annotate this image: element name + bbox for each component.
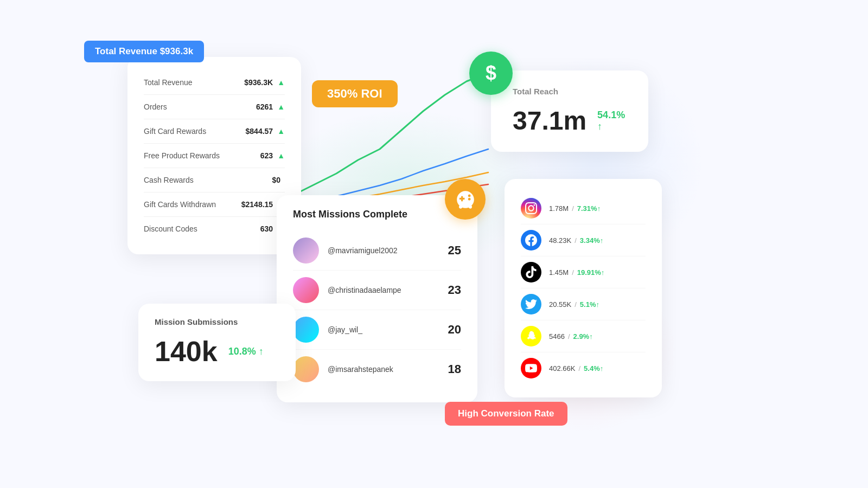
social-divider: /: [578, 364, 580, 373]
mission-row: @imsarahstepanek 18: [293, 350, 461, 389]
social-stats: 402.66K / 5.4%↑: [549, 364, 603, 373]
reach-title: Total Reach: [513, 87, 627, 96]
stats-value: $844.57: [246, 127, 273, 136]
mission-username: @mavriamiguel2002: [328, 246, 448, 255]
social-stats: 5466 / 2.9%↑: [549, 332, 593, 341]
missions-card: Most Missions Complete @mavriamiguel2002…: [277, 195, 477, 402]
game-controller-circle: [445, 179, 486, 220]
stats-row: Gift Cards Withdrawn $2148.15 ▲: [144, 192, 285, 217]
mission-row: @mavriamiguel2002 25: [293, 231, 461, 271]
social-divider: /: [568, 332, 570, 341]
stats-row: Gift Card Rewards $844.57 ▲: [144, 119, 285, 144]
reach-card: Total Reach 37.1m 54.1% ↑: [491, 70, 648, 152]
stats-label: Cash Rewards: [144, 176, 272, 184]
arrow-up-icon: ▲: [277, 102, 285, 111]
mission-count: 23: [448, 283, 461, 297]
arrow-up-icon: ▲: [277, 78, 285, 87]
stats-value: $936.3K: [244, 78, 273, 87]
stats-row: Total Revenue $936.3K ▲: [144, 70, 285, 95]
stats-value: 6261: [256, 102, 273, 111]
arrow-up-icon: ▲: [277, 151, 285, 160]
reach-pct: 54.1% ↑: [597, 110, 627, 132]
total-revenue-badge: Total Revenue $936.3k: [84, 41, 204, 62]
mission-avatar: [293, 237, 319, 264]
mission-row: @jay_wil_ 20: [293, 310, 461, 350]
stats-value: 623: [260, 151, 273, 160]
social-row-twitter: 20.55K / 5.1%↑: [521, 288, 646, 320]
social-card: 1.78M / 7.31%↑ 48.23K / 3.34%↑ 1.45M / 1…: [505, 179, 662, 397]
conversion-badge: High Conversion Rate: [445, 402, 567, 426]
roi-badge: 350% ROI: [312, 80, 398, 107]
mission-submissions-card: Mission Submissions 140k 10.8% ↑: [138, 304, 296, 381]
social-divider: /: [572, 268, 574, 277]
stats-row: Discount Codes 630 ▲: [144, 217, 285, 241]
missions-title: Most Missions Complete: [293, 209, 461, 220]
social-stats: 20.55K / 5.1%↑: [549, 300, 599, 309]
social-value: 1.45M: [549, 268, 569, 277]
social-pct: 5.4%↑: [584, 364, 603, 373]
dollar-circle-icon: $: [469, 52, 513, 95]
social-pct: 19.91%↑: [577, 268, 605, 277]
stats-card: Total Revenue $936.3K ▲ Orders 6261 ▲ Gi…: [127, 57, 301, 254]
mission-sub-pct: 10.8% ↑: [228, 346, 264, 357]
stats-value: 630: [260, 224, 273, 233]
stats-row: Orders 6261 ▲: [144, 95, 285, 119]
facebook-icon: [521, 230, 541, 251]
social-value: 5466: [549, 332, 565, 341]
social-row-instagram: 1.78M / 7.31%↑: [521, 192, 646, 224]
reach-value: 37.1m: [513, 106, 586, 136]
snapchat-icon: [521, 326, 541, 346]
mission-avatar: [293, 317, 319, 343]
social-pct: 2.9%↑: [573, 332, 593, 341]
mission-username: @imsarahstepanek: [328, 365, 448, 374]
mission-count: 20: [448, 323, 461, 337]
stats-value: $2148.15: [241, 200, 273, 209]
mission-count: 25: [448, 243, 461, 258]
twitter-icon: [521, 294, 541, 314]
mission-sub-title: Mission Submissions: [155, 317, 279, 326]
tiktok-icon: [521, 262, 541, 282]
social-divider: /: [575, 300, 577, 309]
stats-value: $0: [272, 176, 280, 184]
stats-row: Free Product Rewards 623 ▲: [144, 144, 285, 168]
mission-username: @jay_wil_: [328, 325, 448, 334]
social-value: 20.55K: [549, 300, 571, 309]
social-value: 402.66K: [549, 364, 575, 373]
youtube-icon: [521, 358, 541, 378]
social-stats: 1.78M / 7.31%↑: [549, 204, 601, 213]
mission-row: @christinadaaelampe 23: [293, 271, 461, 310]
stats-row: Cash Rewards $0: [144, 168, 285, 192]
stats-label: Gift Cards Withdrawn: [144, 200, 241, 209]
stats-label: Gift Card Rewards: [144, 127, 246, 136]
social-pct: 3.34%↑: [580, 236, 603, 245]
social-value: 48.23K: [549, 236, 571, 245]
stats-label: Discount Codes: [144, 224, 260, 233]
social-row-facebook: 48.23K / 3.34%↑: [521, 224, 646, 256]
social-stats: 1.45M / 19.91%↑: [549, 268, 604, 277]
instagram-icon: [521, 198, 541, 219]
stats-label: Free Product Rewards: [144, 151, 260, 160]
mission-username: @christinadaaelampe: [328, 286, 448, 294]
social-stats: 48.23K / 3.34%↑: [549, 236, 603, 245]
dollar-symbol: $: [486, 62, 496, 85]
mission-avatar: [293, 277, 319, 303]
social-row-snapchat: 5466 / 2.9%↑: [521, 320, 646, 352]
social-value: 1.78M: [549, 204, 569, 213]
mission-sub-value: 140k: [155, 335, 218, 368]
stats-label: Orders: [144, 102, 256, 111]
social-pct: 7.31%↑: [577, 204, 601, 213]
social-pct: 5.1%↑: [580, 300, 599, 309]
arrow-up-icon: ▲: [277, 127, 285, 136]
social-row-youtube: 402.66K / 5.4%↑: [521, 352, 646, 384]
mission-avatar: [293, 356, 319, 382]
social-divider: /: [572, 204, 574, 213]
social-row-tiktok: 1.45M / 19.91%↑: [521, 256, 646, 288]
mission-count: 18: [448, 362, 461, 376]
social-divider: /: [575, 236, 577, 245]
stats-label: Total Revenue: [144, 78, 244, 87]
